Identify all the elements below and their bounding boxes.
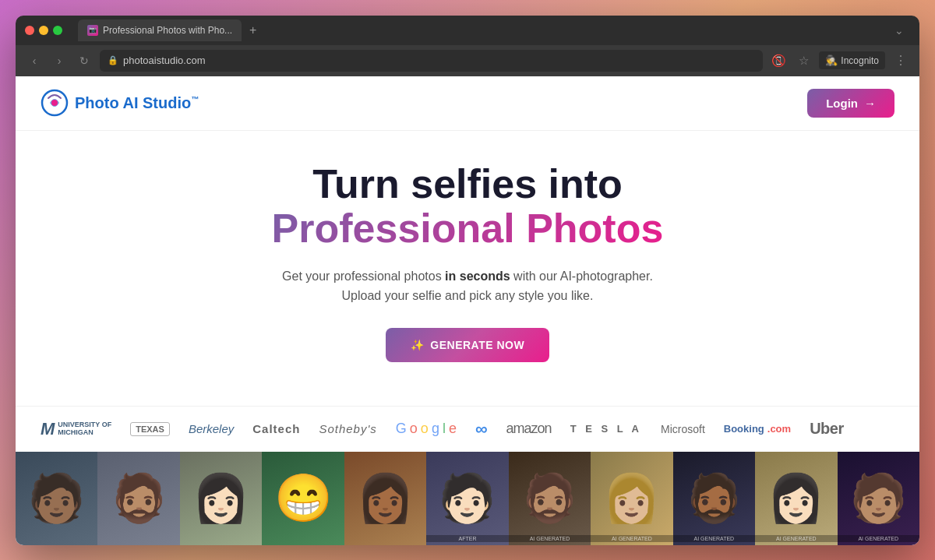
person-photo-2: 🧔🏽	[110, 470, 168, 526]
brand-uber: Uber	[810, 420, 844, 438]
url-text: photoaistudio.com	[123, 55, 206, 66]
site-navigation: Photo AI Studio™ Login →	[16, 76, 919, 131]
photo-item-5: 👩🏾	[344, 452, 426, 545]
svg-point-1	[51, 100, 58, 106]
browser-tab[interactable]: 📷 Professional Photos with Pho...	[78, 19, 242, 41]
minimize-button[interactable]	[39, 26, 48, 35]
generate-icon: ✨	[411, 339, 425, 351]
brand-meta: ∞	[475, 419, 488, 439]
photo-item-8: 👩🏼 AI GENERATED	[591, 452, 672, 545]
ai-label-1: AI GENERATED	[509, 535, 591, 542]
person-photo-7: 🧔🏽	[520, 470, 579, 526]
brand-microsoft: Microsoft	[661, 423, 705, 435]
traffic-lights	[25, 26, 62, 35]
brand-berkeley: Berkeley	[189, 422, 234, 435]
brand-michigan: M UNIVERSITY OFMICHIGAN	[41, 419, 111, 439]
incognito-button[interactable]: 🕵️ Incognito	[819, 51, 885, 69]
photo-item-7: 🧔🏽 AI GENERATED	[509, 452, 591, 545]
person-photo-6: 🧑🏻	[438, 470, 496, 526]
tab-bar: 📷 Professional Photos with Pho... +	[78, 19, 888, 41]
photo-item-6: 🧑🏻 AFTER	[426, 452, 508, 545]
photo-item-10: 👩🏻 AI GENERATED	[755, 452, 837, 545]
tab-favicon: 📷	[87, 25, 98, 36]
menu-icon[interactable]: ⋮	[891, 51, 910, 70]
brand-amazon: amazon	[506, 421, 552, 437]
ai-label-2: AI GENERATED	[591, 535, 672, 542]
after-label: AFTER	[426, 535, 508, 542]
brand-google: Google	[396, 421, 457, 437]
hero-title-line1: Turn selfies into	[312, 162, 623, 206]
logo-text: Photo AI Studio™	[75, 94, 199, 112]
photo-item-4: 😁	[262, 452, 344, 545]
person-photo-10: 👩🏻	[767, 470, 825, 526]
lock-icon: 🔒	[108, 55, 118, 65]
texas-label: TEXAS	[136, 424, 164, 434]
amazon-label: amazon	[506, 421, 552, 437]
new-tab-button[interactable]: +	[245, 22, 261, 39]
ai-label-4: AI GENERATED	[755, 535, 837, 542]
toolbar-actions: 📵 ☆ 🕵️ Incognito ⋮	[769, 51, 910, 70]
subtitle-bold: in seconds	[445, 269, 510, 283]
logo-area: Photo AI Studio™	[41, 89, 199, 117]
photo-item-3: 👩🏻	[180, 452, 262, 545]
photo-item-9: 🧔🏾 AI GENERATED	[673, 452, 755, 545]
person-photo-1: 🧑🏾	[27, 470, 86, 526]
microsoft-label: Microsoft	[661, 423, 705, 435]
address-bar[interactable]: 🔒 photoaistudio.com	[100, 50, 763, 72]
bookmark-icon[interactable]: ☆	[794, 51, 813, 70]
person-photo-3: 👩🏻	[192, 470, 250, 526]
person-photo-11: 🧑🏽	[849, 470, 908, 526]
incognito-icon: 🕵️	[825, 55, 838, 66]
photo-item-2: 🧔🏽	[97, 452, 179, 545]
person-photo-9: 🧔🏾	[685, 470, 743, 526]
hero-title-line2: Professional Photos	[272, 206, 664, 251]
forward-button[interactable]: ›	[50, 51, 69, 70]
generate-now-button[interactable]: ✨ GENERATE NOW	[386, 328, 549, 362]
brand-texas: TEXAS	[130, 422, 170, 436]
subtitle-line2: Upload your selfie and pick any style yo…	[342, 289, 594, 302]
cast-icon[interactable]: 📵	[769, 51, 788, 70]
brand-sothebys: Sotheby's	[319, 422, 376, 435]
incognito-label: Incognito	[841, 55, 879, 66]
hero-subtitle: Get your professional photos in seconds …	[282, 266, 653, 306]
brand-tesla: T E S L A	[570, 423, 642, 435]
ai-label-5: AI GENERATED	[838, 535, 919, 542]
hero-section: Turn selfies into Professional Photos Ge…	[16, 131, 919, 406]
brand-logos-strip: M UNIVERSITY OFMICHIGAN TEXAS Berkeley C…	[16, 406, 919, 452]
arrow-right-icon: →	[864, 97, 876, 110]
page-content: Photo AI Studio™ Login → Turn selfies in…	[16, 76, 919, 545]
person-photo-4: 😁	[274, 470, 333, 526]
back-button[interactable]: ‹	[25, 51, 44, 70]
chevron-down-icon: ⌄	[894, 24, 910, 37]
browser-titlebar: 📷 Professional Photos with Pho... + ⌄	[16, 16, 919, 45]
reload-button[interactable]: ↻	[75, 51, 94, 70]
uber-label: Uber	[810, 420, 844, 438]
subtitle-part2: with our AI-photographer.	[510, 269, 653, 283]
generate-label: GENERATE NOW	[430, 339, 524, 351]
subtitle-part1: Get your professional photos	[282, 269, 445, 283]
brand-booking: Booking.com	[724, 423, 791, 435]
meta-icon: ∞	[475, 419, 488, 439]
person-photo-5: 👩🏾	[356, 470, 415, 526]
caltech-label: Caltech	[252, 422, 300, 435]
tab-title: Professional Photos with Pho...	[103, 25, 232, 36]
login-button[interactable]: Login →	[807, 89, 894, 118]
photo-item-1: 🧑🏾	[16, 452, 97, 545]
browser-window: 📷 Professional Photos with Pho... + ⌄ ‹ …	[16, 16, 919, 545]
browser-toolbar: ‹ › ↻ 🔒 photoaistudio.com 📵 ☆ 🕵️ Incogni…	[16, 45, 919, 76]
berkeley-label: Berkeley	[189, 422, 234, 435]
tesla-label: T E S L A	[570, 423, 642, 435]
maximize-button[interactable]	[53, 26, 62, 35]
login-label: Login	[826, 97, 858, 110]
close-button[interactable]	[25, 26, 34, 35]
photo-gallery-strip: 🧑🏾 🧔🏽 👩🏻 😁 👩🏾	[16, 452, 919, 545]
ai-label-3: AI GENERATED	[673, 535, 755, 542]
photo-item-11: 🧑🏽 AI GENERATED	[838, 452, 919, 545]
sothebys-label: Sotheby's	[319, 422, 376, 435]
logo-icon	[41, 89, 69, 117]
brand-caltech: Caltech	[252, 422, 300, 435]
person-photo-8: 👩🏼	[602, 470, 661, 526]
